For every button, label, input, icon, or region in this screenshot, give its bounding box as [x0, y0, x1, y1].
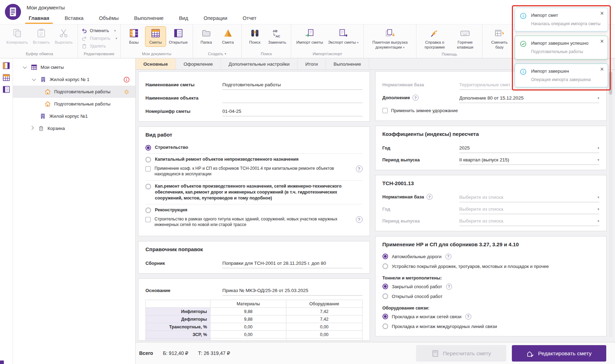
change-base-button[interactable]: Сменить базу: [486, 27, 513, 51]
chevron-down-icon[interactable]: ▾: [357, 41, 359, 44]
close-icon[interactable]: ×: [600, 10, 604, 16]
radio-auto-roads[interactable]: [382, 254, 388, 259]
radio-reconstruction[interactable]: [145, 208, 151, 213]
basis-label: Основание: [145, 288, 222, 296]
checkbox-nr-sp-coef[interactable]: [145, 166, 151, 172]
checkbox-new-title-construction[interactable]: [145, 217, 151, 222]
radio-intercity-lines[interactable]: [382, 323, 388, 329]
basis-field[interactable]: Приказ № МКЭ-ОД/25-26 от 25.03.2025: [222, 288, 363, 296]
help-icon[interactable]: ?: [465, 314, 471, 320]
radio-comm-networks[interactable]: [382, 314, 388, 319]
estimate-code-field[interactable]: 01-04-25: [222, 109, 363, 116]
dock-estimates-icon[interactable]: [2, 74, 10, 81]
calculator-icon: [431, 350, 439, 357]
tree-item-my-estimates[interactable]: Мои сметы: [13, 61, 135, 73]
vertical-scrollbar[interactable]: [609, 72, 612, 337]
tree-item-building-2[interactable]: Жилой корпус №1: [13, 110, 135, 122]
radio-closed-method[interactable]: [382, 284, 388, 289]
replace-button[interactable]: АВАС Заменить: [266, 27, 288, 46]
close-icon[interactable]: ×: [600, 66, 604, 72]
keyboard-icon: [460, 28, 470, 38]
opened-icon: [173, 28, 184, 38]
chevron-down-icon[interactable]: [32, 77, 36, 81]
tree-item-building-1[interactable]: Жилой корпус № 1: [13, 73, 135, 86]
create-estimate-button[interactable]: Смета: [218, 27, 238, 46]
release-period-dropdown[interactable]: II квартал (выпуск 215)▾: [459, 157, 600, 165]
paste-button[interactable]: Вставить: [31, 27, 52, 46]
redo-button[interactable]: Повторить ▾: [81, 35, 117, 42]
radio-intercity-lines-label: Прокладка и монтаж междугородных линий с…: [392, 324, 497, 329]
radio-capital-repair-label: Капитальный ремонт объектов непроизводст…: [155, 156, 299, 162]
export-icon: [338, 28, 349, 38]
supplement-dropdown[interactable]: Дополнение 80 от 15.12.2025▾: [459, 95, 600, 103]
menu-tab-insert[interactable]: Вставка: [64, 12, 84, 24]
help-icon[interactable]: ?: [356, 166, 363, 172]
cut-label: Вырезать: [55, 40, 73, 45]
radio-open-method[interactable]: [382, 293, 388, 299]
import-estimate-button[interactable]: Импорт сметы: [294, 27, 325, 46]
menu-tab-report[interactable]: Отчет: [242, 12, 257, 24]
tab-execution[interactable]: Выполнение: [326, 58, 369, 70]
estimate-name-field[interactable]: Подготовительные работы: [222, 82, 363, 90]
paste-icon: [36, 28, 47, 38]
tree-item-estimate-selected[interactable]: Подготовительные работы: [13, 86, 135, 98]
tree-item-estimate-2[interactable]: Подготовительные работы: [13, 98, 135, 110]
menu-tab-operations[interactable]: Операции: [203, 12, 228, 24]
dock-bases-icon[interactable]: [2, 62, 10, 70]
chevron-down-icon[interactable]: ▾: [403, 46, 405, 49]
radio-paths-coverings[interactable]: [382, 263, 388, 269]
cut-button[interactable]: Вырезать: [53, 27, 74, 46]
ribbon-group-search: Поиск АВАС Заменить Поиск: [242, 24, 292, 58]
tab-additional-settings[interactable]: Дополнительные настройки: [221, 58, 298, 70]
chevron-down-icon[interactable]: ▾: [114, 29, 116, 32]
help-icon[interactable]: ?: [445, 254, 451, 260]
tsn-year-dropdown[interactable]: Выберите из списка▾: [459, 206, 600, 214]
export-estimate-button[interactable]: Экспорт сметы ▾: [326, 27, 360, 46]
menu-tab-execution[interactable]: Выполнение: [134, 12, 164, 24]
tab-formatting[interactable]: Оформление: [176, 58, 221, 70]
radio-construction[interactable]: [145, 145, 151, 151]
batch-export-button[interactable]: Пакетная выгрузка документации ▾: [367, 27, 413, 51]
bases-button[interactable]: Базы: [124, 27, 144, 46]
chevron-down-icon[interactable]: ▾: [224, 52, 226, 56]
delete-button[interactable]: Удалить: [81, 43, 106, 49]
opened-button[interactable]: Открытые: [167, 27, 189, 46]
copy-button[interactable]: Копировать: [5, 27, 30, 46]
radio-industrial-repair[interactable]: [145, 184, 151, 189]
checkbox-winter-costs[interactable]: [382, 108, 388, 113]
chevron-down-icon[interactable]: [23, 65, 27, 68]
import-icon: [305, 28, 315, 38]
undo-button[interactable]: Отменить ▾: [81, 28, 116, 34]
hotkeys-button[interactable]: Горячие клавиши: [451, 27, 479, 51]
table-row-clipped: [146, 338, 363, 341]
year-dropdown[interactable]: 2025▾: [459, 145, 600, 153]
chevron-right-icon[interactable]: [30, 126, 34, 130]
radio-capital-repair[interactable]: [145, 157, 151, 162]
radio-open-method-label: Открытый способ работ: [392, 294, 443, 299]
estimates-button[interactable]: Сметы: [145, 27, 166, 46]
search-button[interactable]: Поиск: [245, 27, 265, 46]
recalculate-estimate-button[interactable]: Пересчитать смету: [416, 345, 506, 362]
object-name-field[interactable]: [222, 96, 363, 103]
tsn-period-dropdown[interactable]: Выберите из списка▾: [459, 218, 600, 226]
help-icon[interactable]: ?: [356, 216, 363, 223]
chevron-down-icon[interactable]: ▾: [115, 37, 117, 40]
collection-field[interactable]: Поправки для ТСН-2001 от 28.11.2025 г. д…: [222, 261, 363, 268]
close-icon[interactable]: ×: [600, 38, 604, 44]
error-info-icon: [123, 77, 130, 83]
radio-construction-label: Строительство: [155, 145, 188, 151]
help-icon[interactable]: ?: [446, 284, 452, 290]
help-icon[interactable]: ?: [427, 194, 432, 200]
menu-tab-main[interactable]: Главная: [28, 12, 50, 24]
create-folder-button[interactable]: Папка: [196, 27, 216, 46]
dock-opened-icon[interactable]: [2, 86, 10, 93]
help-icon[interactable]: ?: [413, 95, 419, 101]
tab-totals[interactable]: Итоги: [298, 58, 326, 70]
tab-general[interactable]: Основные: [136, 58, 176, 70]
tree-item-trash[interactable]: Корзина: [13, 122, 135, 134]
menu-tab-view[interactable]: Вид: [178, 12, 189, 24]
edit-estimate-button[interactable]: Редактировать смету: [512, 345, 606, 362]
menu-tab-volumes[interactable]: Объёмы: [98, 12, 120, 24]
about-button[interactable]: Справка о программе: [420, 27, 450, 51]
tsn-base-dropdown[interactable]: Выберите из списка▾: [459, 195, 600, 202]
